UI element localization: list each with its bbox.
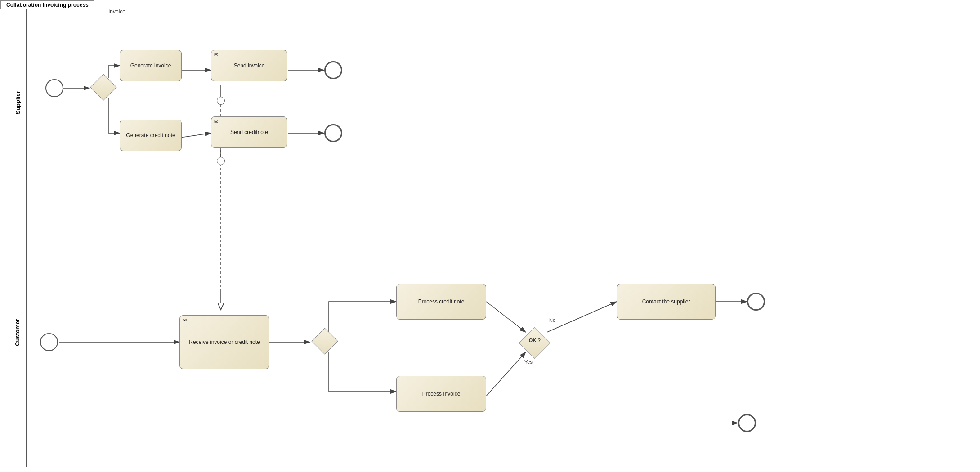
envelope-icon-send-credit: ✉: [214, 119, 218, 125]
supplier-label: Supplier: [9, 9, 27, 197]
diagram-container: Collaboration Invoicing process Invoice …: [0, 0, 980, 472]
send-creditnote-task: ✉ Send creditnote: [211, 116, 287, 148]
contact-supplier-task: Contact the supplier: [617, 284, 716, 320]
customer-start-event: [40, 333, 58, 351]
customer-end-event-2: [738, 414, 756, 432]
diagram-title: Collaboration Invoicing process: [6, 2, 89, 8]
customer-end-event-1: [747, 293, 765, 311]
message-circle-1: [217, 97, 225, 105]
generate-invoice-task: Generate invoice: [120, 50, 182, 81]
supplier-end-event-1: [324, 61, 342, 79]
title-tab: Collaboration Invoicing process: [0, 0, 94, 9]
supplier-lane: Supplier: [9, 9, 973, 197]
generate-credit-note-task: Generate credit note: [120, 120, 182, 151]
yes-label: Yes: [524, 359, 533, 365]
process-invoice-task: Process Invoice: [396, 376, 486, 412]
supplier-end-event-2: [324, 124, 342, 142]
envelope-icon-send-invoice: ✉: [214, 52, 218, 58]
process-credit-note-task: Process credit note: [396, 284, 486, 320]
envelope-icon-receive: ✉: [183, 317, 187, 323]
ok-label: OK ?: [524, 338, 546, 343]
customer-label: Customer: [9, 197, 27, 467]
customer-lane: Customer: [9, 197, 973, 467]
supplier-start-event: [45, 79, 63, 97]
message-circle-2: [217, 157, 225, 165]
receive-invoice-task: ✉ Receive invoice or credit note: [179, 315, 269, 369]
send-invoice-task: ✉ Send invoice: [211, 50, 287, 81]
no-label: No: [549, 317, 555, 323]
